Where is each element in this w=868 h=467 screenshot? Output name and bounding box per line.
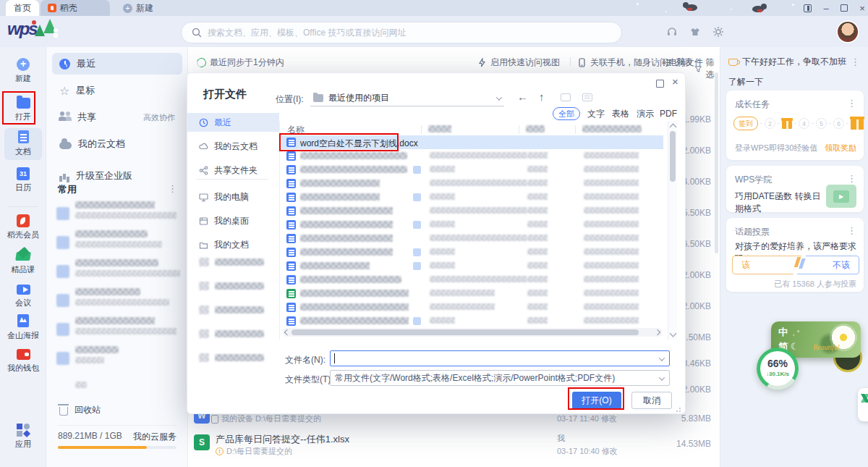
dialog-close-button[interactable]: × bbox=[672, 75, 678, 88]
view-mode-button[interactable] bbox=[582, 93, 592, 101]
file-row-censored[interactable] bbox=[281, 314, 663, 328]
column-time-censored[interactable] bbox=[582, 125, 642, 132]
scroll-right-icon[interactable] bbox=[655, 329, 660, 335]
censored-file-title[interactable] bbox=[75, 288, 140, 295]
main-scrollbar[interactable] bbox=[715, 72, 718, 253]
sidebar-item-wallet[interactable]: 我的钱包 bbox=[0, 346, 46, 374]
file-row-censored[interactable] bbox=[281, 273, 663, 287]
list-view-toggle[interactable]: 列表 bbox=[663, 56, 693, 69]
filter-show[interactable]: 演示 bbox=[636, 107, 655, 120]
sidebar-item-poster[interactable]: 金山海报 bbox=[0, 314, 46, 341]
scroll-up-icon[interactable] bbox=[670, 124, 677, 131]
user-avatar[interactable] bbox=[836, 20, 859, 43]
member-skin-icon[interactable] bbox=[689, 26, 701, 38]
minimize-button[interactable]: – bbox=[817, 0, 835, 16]
support-headset-icon[interactable] bbox=[666, 26, 678, 38]
dialog-nav-recent[interactable]: 最近 bbox=[187, 113, 279, 132]
resize-grip[interactable] bbox=[676, 408, 681, 412]
video-play-button[interactable]: ▶ bbox=[826, 185, 856, 208]
sidebar-item-docer-member[interactable]: 稻壳会员 bbox=[0, 214, 46, 240]
column-size-censored[interactable] bbox=[526, 125, 545, 132]
settings-gear-icon[interactable] bbox=[712, 26, 724, 38]
filter-pdf[interactable]: PDF bbox=[659, 107, 678, 120]
dialog-nav-shared-folder[interactable]: 共享文件夹 bbox=[187, 161, 279, 180]
lesson-title[interactable]: 巧用DATE函数 转换日期格式 bbox=[735, 190, 825, 215]
dialog-maximize-button[interactable] bbox=[656, 80, 664, 88]
list-horizontal-scrollbar[interactable] bbox=[283, 328, 662, 337]
filter-sheet[interactable]: 表格 bbox=[611, 107, 630, 120]
sidebar-item-docs[interactable]: 文档 bbox=[0, 130, 46, 157]
common-more-icon[interactable]: ⋮ bbox=[168, 183, 177, 194]
sidebar-item-calendar[interactable]: 31日历 bbox=[0, 167, 46, 193]
dialog-nav-my-desktop[interactable]: 我的桌面 bbox=[187, 211, 279, 230]
file-row-censored[interactable] bbox=[281, 163, 663, 177]
censored-folder[interactable] bbox=[215, 306, 264, 314]
censored-folder[interactable] bbox=[215, 258, 264, 266]
dialog-nav-my-documents[interactable]: 我的文档 bbox=[187, 235, 279, 254]
claim-reward-link[interactable]: 领取奖励 bbox=[825, 143, 856, 153]
vote-more-icon[interactable]: ⋮ bbox=[847, 225, 856, 236]
scroll-thumb[interactable] bbox=[670, 131, 676, 182]
sidebar-item-meeting[interactable]: 会议 bbox=[0, 281, 46, 308]
search-input[interactable] bbox=[208, 28, 611, 38]
vote-yes-button[interactable]: 该 bbox=[732, 256, 801, 274]
file-row-censored[interactable] bbox=[281, 245, 663, 259]
download-progress-badge[interactable]: 66% ↓30.1K/s bbox=[757, 348, 799, 390]
censored-file-title[interactable] bbox=[75, 317, 155, 324]
nav-item-starred[interactable]: ☆星标 bbox=[52, 80, 182, 101]
censored-file-title[interactable] bbox=[75, 201, 155, 209]
file-row-censored[interactable] bbox=[281, 190, 663, 204]
censored-file-title[interactable] bbox=[75, 230, 148, 237]
file-row-censored[interactable] bbox=[281, 287, 663, 300]
growth-more-icon[interactable]: ⋮ bbox=[847, 98, 856, 109]
location-dropdown[interactable]: 最近使用的项目 bbox=[310, 91, 504, 106]
nav-item-recent[interactable]: 最近 bbox=[52, 53, 182, 75]
back-button[interactable]: ← bbox=[517, 91, 528, 103]
docked-edge-widget[interactable] bbox=[858, 388, 868, 421]
nav-item-shared[interactable]: 共享 高效协作 bbox=[52, 106, 182, 128]
greeting-more-icon[interactable]: ⋮ bbox=[851, 56, 860, 67]
scroll-down-icon[interactable] bbox=[670, 330, 677, 337]
tab-docer[interactable]: 稻壳 bbox=[41, 0, 110, 16]
censored-folder[interactable] bbox=[215, 282, 264, 290]
cancel-button[interactable]: 取消 bbox=[631, 392, 672, 409]
filter-writer[interactable]: 文字 bbox=[587, 107, 605, 120]
censored-file-title[interactable] bbox=[75, 259, 158, 266]
maximize-button[interactable] bbox=[835, 0, 853, 16]
new-folder-button[interactable] bbox=[561, 93, 571, 101]
sidebar-item-apps[interactable]: 应用 bbox=[0, 424, 46, 450]
quick-access-toggle[interactable]: 启用快速访问视图 bbox=[477, 56, 560, 69]
cloud-service-link[interactable]: 我的云服务 bbox=[133, 431, 176, 443]
vote-no-button[interactable]: 不该 bbox=[797, 256, 859, 274]
file-row-censored[interactable] bbox=[281, 177, 663, 190]
learn-link[interactable]: 了解一下 bbox=[728, 76, 763, 88]
file-row-censored[interactable] bbox=[281, 232, 663, 245]
file-row-censored[interactable] bbox=[281, 204, 663, 218]
filter-all[interactable]: 全部 bbox=[553, 107, 580, 120]
file-row-censored[interactable] bbox=[281, 300, 663, 314]
scroll-thumb[interactable] bbox=[292, 329, 639, 335]
sidebar-toggle-button[interactable] bbox=[799, 0, 816, 16]
new-tab-button[interactable]: + 新建 bbox=[116, 0, 161, 16]
close-button[interactable]: × bbox=[854, 0, 868, 16]
nav-item-trash[interactable]: 回收站 bbox=[52, 400, 182, 419]
academy-more-icon[interactable]: ⋮ bbox=[847, 173, 856, 184]
censored-folder[interactable] bbox=[215, 330, 264, 337]
global-search[interactable] bbox=[181, 22, 622, 43]
dialog-nav-my-computer[interactable]: 我的电脑 bbox=[187, 188, 279, 206]
tab-home[interactable]: 首页 bbox=[6, 0, 39, 16]
checkin-button[interactable]: 签到 bbox=[733, 117, 758, 130]
scroll-left-icon[interactable] bbox=[284, 329, 290, 335]
column-path-censored[interactable] bbox=[428, 125, 451, 132]
up-button[interactable]: ↑ bbox=[539, 91, 545, 103]
file-row-censored[interactable] bbox=[281, 259, 663, 273]
filename-input[interactable] bbox=[330, 350, 670, 366]
censored-file-title[interactable] bbox=[75, 346, 119, 353]
list-vertical-scrollbar[interactable] bbox=[668, 121, 677, 340]
nav-item-cloud-docs[interactable]: 我的云文档 bbox=[52, 133, 182, 155]
file-name[interactable]: 产品库每日问答提交--任伟1.xlsx bbox=[216, 433, 349, 446]
sidebar-item-courses[interactable]: 精品课 bbox=[0, 248, 46, 275]
file-row-censored[interactable] bbox=[281, 218, 663, 232]
filetype-select[interactable]: 常用文件(文字/Word格式;表格/Excel格式;演示/PowerPoint格… bbox=[330, 370, 670, 386]
sidebar-item-new[interactable]: +新建 bbox=[0, 58, 46, 84]
